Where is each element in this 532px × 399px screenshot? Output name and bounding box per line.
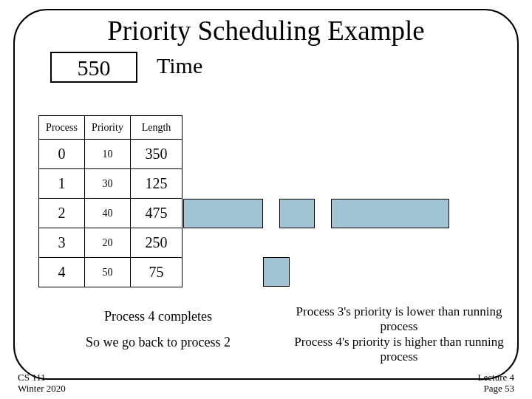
message-line: Process 4's priority is higher than runn… [288,335,510,365]
cell-process: 1 [39,169,85,199]
message-left: Process 4 completes So we go back to pro… [62,309,254,350]
table-header-row: Process Priority Length [39,116,183,140]
cell-priority: 40 [85,199,131,228]
cell-priority: 20 [85,228,131,258]
message-line: So we go back to process 2 [62,335,254,350]
cell-process: 3 [39,228,85,258]
footer-left: CS 111 Winter 2020 [18,372,66,395]
message-right: Process 3's priority is lower than runni… [288,304,510,365]
cell-process: 0 [39,140,85,169]
cell-length: 75 [131,258,183,287]
header-process: Process [39,116,85,140]
slide: Priority Scheduling Example 550 Time Pro… [0,0,532,399]
cell-length: 250 [131,228,183,258]
cell-length: 350 [131,140,183,169]
time-label: Time [157,53,202,78]
cell-length: 125 [131,169,183,199]
cell-process: 2 [39,199,85,228]
table-row: 1 30 125 [39,169,183,199]
gantt-bar [183,199,263,228]
message-line: Process 3's priority is lower than runni… [288,304,510,335]
header-priority: Priority [85,116,131,140]
cell-priority: 10 [85,140,131,169]
table-row: 0 10 350 [39,140,183,169]
footer-course: CS 111 [18,372,66,383]
process-table: Process Priority Length 0 10 350 1 30 12… [38,115,183,287]
gantt-bar [263,257,290,287]
time-counter: 550 [50,52,137,83]
slide-title: Priority Scheduling Example [0,15,532,47]
cell-length: 475 [131,199,183,228]
table-row: 2 40 475 [39,199,183,228]
footer-lecture: Lecture 4 [478,372,514,383]
gantt-bar [279,199,315,228]
header-length: Length [131,116,183,140]
table-row: 3 20 250 [39,228,183,258]
message-line: Process 4 completes [62,309,254,324]
footer-right: Lecture 4 Page 53 [478,372,514,395]
table-row: 4 50 75 [39,258,183,287]
footer-page: Page 53 [478,383,514,395]
cell-priority: 30 [85,169,131,199]
cell-priority: 50 [85,258,131,287]
gantt-bar [331,199,449,228]
footer-term: Winter 2020 [18,383,66,395]
cell-process: 4 [39,258,85,287]
